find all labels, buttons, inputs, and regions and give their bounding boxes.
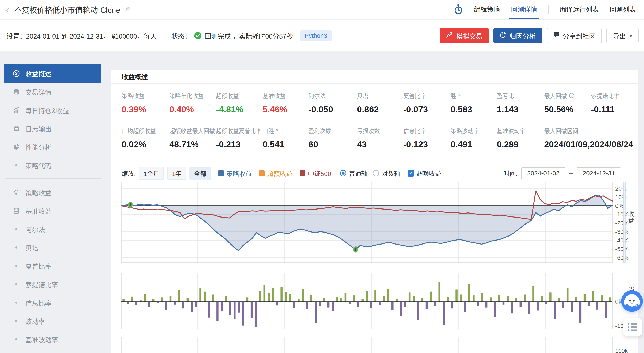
- top-nav: 编辑策略 回测详情 编译运行列表 回测列表: [454, 0, 636, 19]
- list-icon: [627, 322, 638, 332]
- metric-label: 胜率: [450, 92, 462, 100]
- sidebar-item-benchmark-return[interactable]: 基准收益: [4, 202, 101, 220]
- metric-label: 超额收益: [216, 92, 239, 100]
- radio-log-axis[interactable]: 对数轴: [373, 169, 400, 178]
- sidebar-item-sortino[interactable]: 索提诺比率: [4, 275, 101, 294]
- metric-value: -0.111: [591, 104, 640, 114]
- metric-label: 信息比率: [403, 127, 426, 135]
- assets-chart-clipped: 100k: [111, 337, 638, 353]
- metric-value: 1.143: [497, 104, 544, 114]
- date-separator: –: [569, 170, 573, 177]
- sidebar: ¥ 收益概述 交易详情 每日持仓&收益 日志输出 性能分析 策略代码 策略收益 …: [4, 64, 101, 349]
- nav-compile-run-list[interactable]: 编译运行列表: [560, 0, 599, 19]
- daily-pnl-bar-chart[interactable]: 0k-10k: [111, 270, 638, 332]
- metric-label: 基准波动率: [497, 127, 525, 135]
- checkbox-excess-return[interactable]: 超额收益: [408, 169, 441, 178]
- back-chevron-icon[interactable]: ‹: [6, 1, 10, 18]
- metric-value: 60: [308, 139, 357, 149]
- help-circle-icon[interactable]: ?: [569, 92, 574, 99]
- sidebar-item-information-ratio[interactable]: 信息比率: [4, 294, 101, 312]
- simulate-trade-button[interactable]: 模拟交易: [440, 28, 489, 43]
- metric-label: 盈利次数: [308, 127, 331, 135]
- metric-value: -0.050: [308, 104, 357, 114]
- export-button[interactable]: 导出 ▾: [606, 28, 638, 43]
- legend-csi500[interactable]: 中证500: [300, 169, 331, 178]
- trend-up-icon: [446, 31, 453, 40]
- attribution-button[interactable]: 归因分析: [494, 28, 542, 43]
- chart-list-toggle-button[interactable]: [623, 318, 642, 336]
- stopwatch-icon[interactable]: [454, 4, 463, 15]
- dot-icon: [13, 336, 20, 343]
- metric-value: 43: [357, 139, 403, 149]
- pie-icon: [13, 144, 20, 150]
- zoom-1year-button[interactable]: 1年: [167, 167, 186, 180]
- metric-value: -4.81%: [216, 104, 263, 114]
- settings-bar: 设置： 2024-01-01 到 2024-12-31， ¥100000，每天 …: [0, 20, 644, 51]
- zoom-all-button[interactable]: 全部: [190, 167, 211, 180]
- nav-edit-strategy[interactable]: 编辑策略: [474, 0, 500, 19]
- strategy-benchmark-line-chart[interactable]: 20%10%0%-10%-20%-30%-40%-50%-60%: [111, 179, 638, 265]
- simulate-trade-label: 模拟交易: [456, 31, 482, 40]
- share-community-button[interactable]: 分享到社区: [547, 28, 602, 43]
- legend-swatch: [300, 170, 305, 176]
- svg-text:0%: 0%: [615, 203, 624, 209]
- pie-chart-icon: [500, 31, 506, 40]
- metrics-grid: 策略收益0.39% 策略年化收益0.40% 超额收益-4.81% 基准收益5.4…: [122, 92, 634, 149]
- legend-swatch: [259, 170, 264, 176]
- section-divider: [111, 161, 638, 161]
- metric-label: 超额收益夏普比率: [216, 127, 262, 135]
- metrics-row-2: 日均超额收益0.02% 超额收益最大回撤48.71% 超额收益夏普比率-0.21…: [122, 127, 634, 149]
- sidebar-item-log-output[interactable]: 日志输出: [4, 119, 101, 138]
- svg-text:?: ?: [571, 94, 573, 97]
- nav-backtest-list[interactable]: 回测列表: [610, 0, 636, 19]
- sidebar-item-alpha[interactable]: 阿尔法: [4, 220, 101, 238]
- document-icon: [13, 89, 20, 95]
- bar-chart-icon: [13, 107, 20, 113]
- zoom-1month-button[interactable]: 1个月: [139, 167, 164, 180]
- metric-label: 贝塔: [357, 92, 368, 100]
- legend-strategy-return[interactable]: 策略收益: [218, 169, 252, 178]
- metric-value: 0.583: [450, 104, 497, 114]
- date-to-input[interactable]: [577, 167, 621, 179]
- svg-text:¥: ¥: [15, 71, 18, 76]
- dot-icon: [13, 162, 20, 169]
- metric-value: 0.541: [263, 139, 308, 149]
- svg-text:-50%: -50%: [615, 246, 628, 252]
- sidebar-item-daily-positions[interactable]: 每日持仓&收益: [4, 101, 101, 119]
- share-community-label: 分享到社区: [563, 31, 596, 40]
- sidebar-item-trade-detail[interactable]: 交易详情: [4, 83, 101, 101]
- settings-value: 2024-01-01 到 2024-12-31， ¥100000，每天: [26, 31, 157, 40]
- sidebar-item-performance[interactable]: 性能分析: [4, 138, 101, 156]
- sidebar-item-strategy-return[interactable]: 策略收益: [4, 183, 101, 202]
- legend-excess-return[interactable]: 超额收益: [259, 169, 292, 178]
- metric-label: 超额收益最大回撤: [169, 127, 215, 135]
- sidebar-item-strategy-code[interactable]: 策略代码: [4, 156, 101, 174]
- top-bar: ‹ 不复权价格低小市值轮动-Clone ✎ 编辑策略 回测详情 编译运行列表 回…: [0, 0, 644, 19]
- edit-title-pencil-icon[interactable]: ✎: [124, 5, 131, 14]
- date-from-input[interactable]: [521, 167, 566, 179]
- card-title: 收益概述: [122, 72, 148, 81]
- nav-backtest-detail[interactable]: 回测详情: [511, 0, 537, 19]
- metric-label: 索提诺比率: [591, 92, 620, 100]
- sidebar-item-volatility[interactable]: 波动率: [4, 312, 101, 330]
- svg-text:100k: 100k: [615, 348, 628, 353]
- y-axis-title-return: 收益: [626, 211, 635, 225]
- dot-icon: [13, 226, 20, 233]
- metric-label: 最大回撤区间: [544, 127, 578, 135]
- metric-value: -0.123: [403, 139, 450, 149]
- dot-icon: [13, 299, 20, 306]
- radio-linear-axis[interactable]: 普通轴: [340, 169, 367, 178]
- dot-icon: [13, 263, 20, 269]
- chevron-down-icon: ▾: [630, 33, 632, 39]
- radio-icon: [340, 170, 346, 176]
- sidebar-item-benchmark-volatility[interactable]: 基准波动率: [4, 330, 101, 349]
- customer-service-avatar-button[interactable]: [621, 290, 643, 312]
- log-icon: [13, 125, 20, 132]
- svg-text:-60%: -60%: [615, 255, 628, 261]
- metric-label: 盈亏比: [497, 92, 514, 100]
- time-label: 时间:: [504, 169, 517, 178]
- sidebar-item-beta[interactable]: 贝塔: [4, 238, 101, 257]
- sidebar-item-income-overview[interactable]: ¥ 收益概述: [4, 64, 101, 83]
- sidebar-item-sharpe[interactable]: 夏普比率: [4, 257, 101, 275]
- python-badge: Python3: [300, 30, 332, 41]
